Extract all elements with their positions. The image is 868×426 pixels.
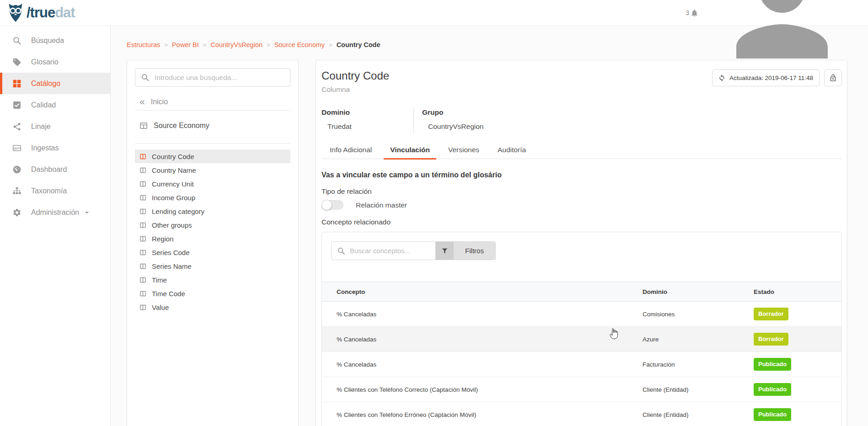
column-item-other-groups[interactable]: Other groups: [135, 218, 290, 232]
sitemap-icon: [12, 186, 21, 196]
columns-icon: [139, 304, 146, 311]
sidebar-item-glosario[interactable]: Glosario: [0, 51, 110, 73]
columns-icon: [139, 208, 146, 215]
funnel-icon: [441, 247, 448, 254]
page-subtitle: Columna: [321, 85, 389, 94]
table-header-dominio: Dominio: [642, 282, 753, 302]
breadcrumb-separator: >: [267, 42, 270, 48]
sidebar-item-calidad[interactable]: Calidad: [0, 94, 110, 116]
table-icon: [139, 122, 148, 130]
column-item-label: Series Name: [152, 262, 192, 270]
breadcrumb-separator: >: [329, 42, 332, 48]
breadcrumb-link-source-economy[interactable]: Source Economy: [274, 41, 325, 48]
breadcrumb-link-countryvsregion[interactable]: CountryVsRegion: [210, 41, 263, 48]
column-item-country-code[interactable]: Country Code: [135, 149, 290, 163]
filters-button[interactable]: Filtros: [454, 242, 495, 260]
breadcrumb-link-estructuras[interactable]: Estructuras: [127, 41, 160, 48]
sidebar-item-label: Búsqueda: [31, 37, 64, 45]
concept-cell: % Clientes con Teléfono Erróneo (Captaci…: [322, 402, 642, 426]
structure-search-input[interactable]: [135, 68, 290, 87]
column-item-label: Income Group: [152, 194, 195, 202]
sidebar-item-catalogo[interactable]: Catálogo: [0, 73, 110, 94]
columns-icon: [139, 181, 146, 187]
concept-search-input[interactable]: [332, 242, 435, 260]
column-item-currency-unit[interactable]: Currency Unit: [135, 177, 290, 191]
tab-vinculacion[interactable]: Vinculación: [384, 142, 436, 160]
lock-open-icon: [829, 74, 837, 82]
status-badge: Borrador: [754, 308, 788, 320]
concept-cell: % Canceladas: [322, 302, 642, 327]
sidebar-item-label: Linaje: [31, 122, 51, 131]
column-item-series-code[interactable]: Series Code: [135, 245, 290, 259]
tab-auditoria[interactable]: Auditoría: [491, 142, 532, 159]
structure-parent-item[interactable]: Source Economy: [139, 122, 290, 130]
link-heading: Vas a vincular este campo a un término d…: [321, 171, 842, 179]
sidebar-item-ingestas[interactable]: Ingestas: [0, 137, 110, 159]
top-header: /truedat 3: [0, 0, 868, 26]
bell-icon: [690, 9, 699, 17]
column-item-value[interactable]: Value: [135, 300, 290, 314]
column-item-series-name[interactable]: Series Name: [135, 259, 290, 273]
column-item-label: Time: [152, 276, 167, 284]
gauge-icon: [12, 165, 21, 174]
domain-cell: Cliente (Entidad): [642, 377, 753, 402]
meta-value-dominio: Truedat: [321, 122, 413, 133]
gear-icon: [12, 208, 21, 217]
tab-versiones[interactable]: Versiones: [442, 142, 486, 159]
caret-down-icon: [82, 208, 91, 217]
page-title: Country Code: [321, 69, 389, 82]
sidebar-item-taxonomia[interactable]: Taxonomía: [0, 180, 110, 202]
breadcrumb-link-power-bi[interactable]: Power BI: [172, 41, 199, 48]
meta-dominio: Dominio Truedat: [321, 108, 413, 133]
divider: [135, 143, 290, 144]
column-item-time[interactable]: Time: [135, 273, 290, 287]
column-item-lending-category[interactable]: Lending category: [135, 204, 290, 218]
domain-cell: Cliente (Entidad): [642, 402, 753, 426]
inicio-label: Inicio: [151, 98, 168, 106]
column-item-label: Series Code: [152, 249, 190, 256]
column-item-label: Country Name: [152, 166, 196, 174]
app-logo[interactable]: /truedat: [6, 3, 75, 22]
notifications-button[interactable]: 3: [686, 9, 699, 17]
sidebar-item-linaje[interactable]: Linaje: [0, 116, 110, 137]
table-row[interactable]: % CanceladasAzureBorrador: [322, 327, 841, 352]
updated-button[interactable]: Actualizada: 2019-06-17 11:48: [712, 69, 820, 86]
sidebar-item-administracion[interactable]: Administración: [0, 202, 110, 223]
sidebar-item-dashboard[interactable]: Dashboard: [0, 159, 110, 180]
columns-icon: [139, 235, 146, 242]
column-item-label: Time Code: [152, 290, 185, 298]
sidebar-item-label: Taxonomía: [31, 187, 67, 195]
meta-row: Dominio Truedat Grupo CountryVsRegion: [321, 108, 842, 133]
table-row[interactable]: % Clientes con Teléfono Erróneo (Captaci…: [322, 402, 841, 426]
sidebar-item-busqueda[interactable]: Búsqueda: [0, 30, 110, 51]
updated-label: Actualizada: 2019-06-17 11:48: [729, 75, 813, 81]
column-item-label: Country Code: [152, 153, 194, 160]
lock-button[interactable]: [824, 69, 842, 86]
notifications-count: 3: [686, 9, 689, 16]
table-row[interactable]: % Clientes con Teléfono Correcto (Captac…: [322, 377, 841, 402]
master-relation-toggle[interactable]: [321, 200, 343, 210]
table-row[interactable]: % CanceladasFacturaciónPublicado: [322, 352, 841, 377]
toggle-label: Relación master: [356, 201, 407, 209]
column-item-income-group[interactable]: Income Group: [135, 191, 290, 204]
columns-icon: [139, 290, 146, 297]
back-to-inicio-link[interactable]: « Inicio: [139, 98, 290, 106]
tabs: Info AdicionalVinculaciónVersionesAudito…: [321, 142, 842, 159]
filter-funnel-button[interactable]: [435, 242, 454, 260]
column-item-label: Other groups: [152, 221, 192, 229]
breadcrumb-separator: >: [203, 42, 207, 48]
column-item-country-name[interactable]: Country Name: [135, 163, 290, 177]
double-angle-left-icon: «: [139, 96, 145, 106]
status-badge: Publicado: [754, 358, 791, 371]
column-item-label: Currency Unit: [152, 180, 194, 188]
grid-icon: [12, 79, 21, 88]
column-item-region[interactable]: Region: [135, 232, 290, 245]
status-cell: Publicado: [753, 402, 841, 426]
tab-info-adicional[interactable]: Info Adicional: [323, 142, 378, 159]
table-row[interactable]: % CanceladasComisionesBorrador: [322, 302, 841, 327]
concepts-box: Filtros ConceptoDominioEstado % Cancelad…: [321, 232, 842, 426]
status-badge: Publicado: [754, 383, 791, 396]
sidebar-item-label: Calidad: [31, 101, 56, 109]
detail-panel: Country Code Columna Actualizada: 2019-0…: [316, 60, 847, 426]
column-item-time-code[interactable]: Time Code: [135, 287, 290, 300]
